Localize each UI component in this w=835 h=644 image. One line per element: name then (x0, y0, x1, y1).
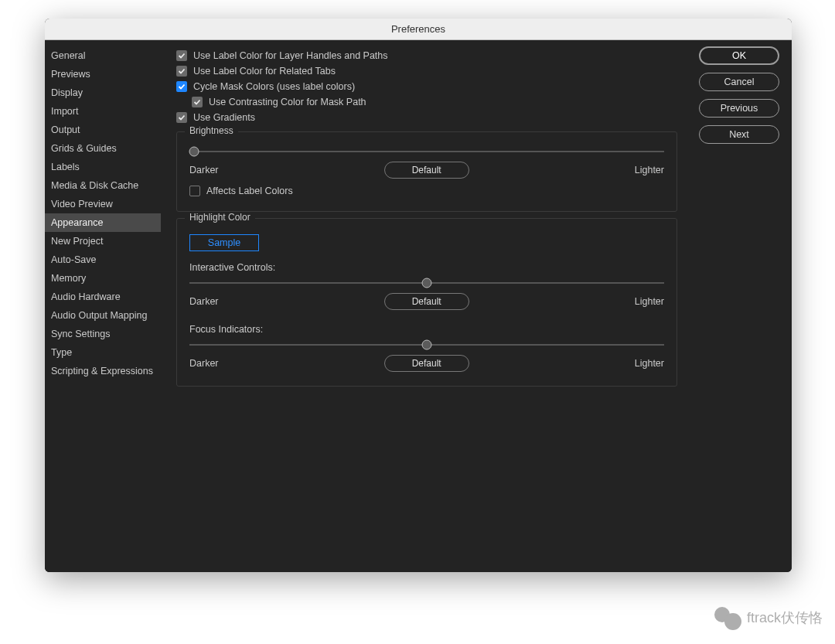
brightness-default-button[interactable]: Default (384, 162, 469, 179)
brightness-slider-labels: Darker Default Lighter (189, 162, 664, 179)
row-contrast-mask: Use Contrasting Color for Mask Path (176, 94, 696, 110)
interactive-darker-label: Darker (189, 296, 219, 307)
ok-button[interactable]: OK (699, 46, 779, 65)
wechat-icon (714, 607, 741, 629)
sidebar-item-import[interactable]: Import (45, 102, 161, 121)
sidebar-item-output[interactable]: Output (45, 121, 161, 139)
label-cycle-mask: Cycle Mask Colors (uses label colors) (193, 81, 355, 92)
sidebar-item-display[interactable]: Display (45, 83, 161, 102)
highlight-sample-button[interactable]: Sample (189, 234, 259, 251)
checkbox-use-gradients[interactable] (176, 112, 187, 123)
window-titlebar: Preferences (45, 19, 792, 40)
row-label-tabs: Use Label Color for Related Tabs (176, 63, 696, 79)
brightness-group: Brightness Darker Default Lighter Affect… (176, 131, 677, 212)
brightness-slider[interactable] (189, 146, 664, 157)
label-affects-label: Affects Label Colors (206, 186, 293, 196)
label-contrast-mask: Use Contrasting Color for Mask Path (209, 97, 366, 107)
focus-slider-wrap: Darker Default Lighter (189, 339, 664, 372)
dialog-button-column: OK Cancel Previous Next (699, 40, 792, 572)
interactive-slider-thumb[interactable] (422, 278, 432, 288)
sidebar-item-type[interactable]: Type (45, 343, 161, 362)
sidebar-item-grids-guides[interactable]: Grids & Guides (45, 139, 161, 158)
window-title: Preferences (391, 23, 445, 35)
brightness-legend: Brightness (185, 125, 238, 136)
brightness-lighter-label: Lighter (635, 165, 664, 175)
sidebar-item-audio-hardware[interactable]: Audio Hardware (45, 288, 161, 306)
sidebar-item-auto-save[interactable]: Auto-Save (45, 250, 161, 269)
interactive-slider-wrap: Darker Default Lighter (189, 278, 664, 310)
interactive-default-button[interactable]: Default (384, 293, 469, 310)
brightness-slider-wrap: Darker Default Lighter (189, 146, 664, 179)
checkbox-label-handles[interactable] (176, 50, 187, 61)
interactive-slider-labels: Darker Default Lighter (189, 293, 664, 310)
sidebar-item-general[interactable]: General (45, 46, 161, 65)
watermark: ftrack伏传恪 (714, 607, 823, 629)
focus-default-button[interactable]: Default (384, 355, 469, 372)
focus-darker-label: Darker (189, 358, 219, 369)
label-label-handles: Use Label Color for Layer Handles and Pa… (193, 50, 388, 61)
checkbox-contrasting-mask-path[interactable] (192, 97, 203, 107)
interactive-controls-label: Interactive Controls: (189, 262, 664, 273)
sidebar-item-labels[interactable]: Labels (45, 158, 161, 176)
sidebar-item-audio-output-mapping[interactable]: Audio Output Mapping (45, 306, 161, 325)
row-cycle-mask: Cycle Mask Colors (uses label colors) (176, 79, 696, 94)
row-gradients: Use Gradients (176, 110, 696, 125)
focus-slider-labels: Darker Default Lighter (189, 355, 664, 372)
highlight-legend: Highlight Color (185, 212, 255, 223)
sidebar-item-scripting-expressions[interactable]: Scripting & Expressions (45, 362, 161, 380)
sidebar-item-previews[interactable]: Previews (45, 65, 161, 83)
checkbox-cycle-mask-colors[interactable] (176, 81, 187, 92)
brightness-track-line (189, 151, 664, 152)
brightness-darker-label: Darker (189, 165, 219, 175)
window-body: GeneralPreviewsDisplayImportOutputGrids … (45, 40, 792, 572)
focus-lighter-label: Lighter (635, 358, 664, 369)
sidebar-item-memory[interactable]: Memory (45, 269, 161, 288)
highlight-group: Highlight Color Sample Interactive Contr… (176, 218, 677, 387)
sidebar-item-media-disk-cache[interactable]: Media & Disk Cache (45, 176, 161, 195)
focus-slider-thumb[interactable] (422, 340, 432, 350)
sidebar-item-sync-settings[interactable]: Sync Settings (45, 325, 161, 343)
cancel-button[interactable]: Cancel (699, 73, 779, 91)
sidebar-item-appearance[interactable]: Appearance (45, 213, 161, 232)
label-label-tabs: Use Label Color for Related Tabs (193, 66, 336, 77)
preferences-sidebar: GeneralPreviewsDisplayImportOutputGrids … (45, 40, 161, 572)
focus-indicators-label: Focus Indicators: (189, 324, 664, 335)
sidebar-item-video-preview[interactable]: Video Preview (45, 195, 161, 213)
checkbox-label-related-tabs[interactable] (176, 66, 187, 77)
row-affects-label: Affects Label Colors (189, 183, 664, 199)
row-label-handles: Use Label Color for Layer Handles and Pa… (176, 48, 696, 63)
previous-button[interactable]: Previous (699, 99, 779, 118)
sidebar-item-new-project[interactable]: New Project (45, 232, 161, 250)
label-gradients: Use Gradients (193, 112, 255, 123)
focus-indicators-slider[interactable] (189, 339, 664, 350)
interactive-controls-slider[interactable] (189, 278, 664, 288)
preferences-window: Preferences GeneralPreviewsDisplayImport… (45, 19, 792, 572)
next-button[interactable]: Next (699, 125, 779, 144)
appearance-panel: Use Label Color for Layer Handles and Pa… (161, 40, 699, 572)
checkbox-affects-label-colors[interactable] (189, 186, 200, 196)
brightness-slider-thumb[interactable] (189, 147, 199, 157)
watermark-text: ftrack伏传恪 (747, 608, 823, 627)
interactive-lighter-label: Lighter (635, 296, 664, 307)
